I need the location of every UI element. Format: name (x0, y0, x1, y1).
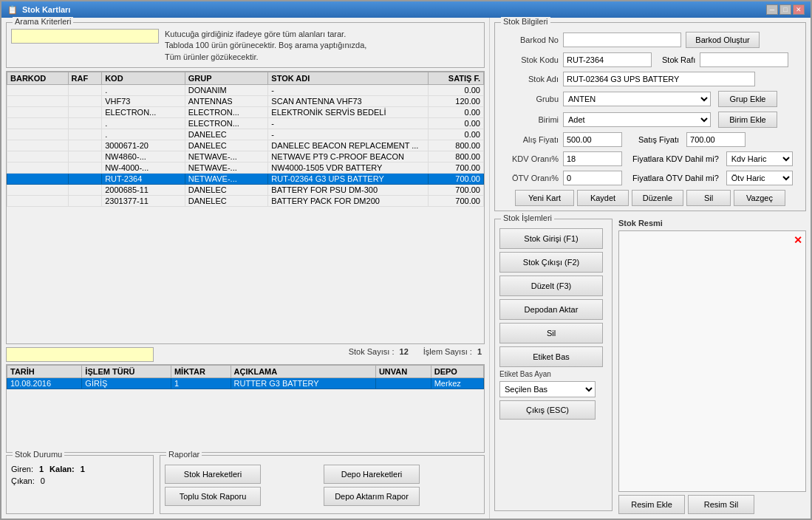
stok-kodu-label: Stok Kodu (499, 55, 559, 64)
cikan-value: 0 (41, 476, 45, 485)
window-title: Stok Kartları (22, 5, 70, 14)
cell-barkod (7, 118, 69, 129)
cell-satis: 700.00 (428, 196, 483, 207)
stok-adi-input[interactable] (563, 72, 755, 86)
trans-row[interactable]: 10.08.2016 GİRİŞ 1 RUTTER G3 BATTERY Mer… (7, 378, 484, 389)
kdv-dahil-dropdown[interactable]: Kdv Haric Kdv Dahil (726, 151, 793, 166)
minimize-button[interactable]: ─ (766, 4, 778, 15)
etiket-dropdown[interactable]: Seçilen Bas (499, 381, 596, 397)
cell-kod: 2301377-11 (102, 196, 185, 207)
cell-raf (68, 96, 102, 107)
otv-orani-input[interactable] (563, 171, 622, 185)
stok-giris-button[interactable]: Stok Girişi (F1) (499, 228, 603, 249)
barkod-no-input[interactable] (563, 32, 681, 47)
table-row[interactable]: . ELECTRON... - 0.00 (7, 118, 484, 129)
resim-ekle-button[interactable]: Resim Ekle (618, 495, 685, 514)
fiyat-row: Alış Fiyatı Satış Fiyatı (499, 132, 801, 147)
table-row[interactable]: . DONANIM - 0.00 (7, 85, 484, 96)
sil-button[interactable]: Sil (686, 190, 731, 206)
giren-label: Giren: (11, 465, 33, 473)
bottom-search-input[interactable] (6, 347, 154, 362)
trans-col-islem: İŞLEM TÜRÜ (82, 366, 171, 378)
trans-col-aciklama: AÇIKLAMA (231, 366, 375, 378)
table-row[interactable]: RUT-2364 NETWAVE-... RUT-02364 G3 UPS BA… (7, 174, 484, 185)
cell-barkod (7, 151, 69, 162)
kaydet-button[interactable]: Kaydet (577, 190, 629, 206)
toplu-stok-raporu-button[interactable]: Toplu Stok Raporu (165, 487, 261, 506)
cell-barkod (7, 196, 69, 207)
duzenle-button[interactable]: Düzenle (632, 190, 683, 206)
yeni-kart-button[interactable]: Yeni Kart (515, 190, 574, 206)
close-button[interactable]: ✕ (793, 4, 805, 15)
table-row[interactable]: NW4860-... NETWAVE-... NETWAVE PT9 C-PRO… (7, 151, 484, 162)
islem-sil-button[interactable]: Sil (499, 323, 603, 343)
title-bar-left: 📋 Stok Kartları (7, 5, 70, 15)
cell-raf (68, 140, 102, 151)
table-row[interactable]: . DANELEC - 0.00 (7, 129, 484, 140)
depodan-aktar-button[interactable]: Depodan Aktar (499, 299, 603, 320)
barkod-olustur-button[interactable]: Barkod Oluştur (686, 32, 760, 48)
table-row[interactable]: 2301377-11 DANELEC BATTERY PACK FOR DM20… (7, 196, 484, 207)
grup-ekle-button[interactable]: Grup Ekle (718, 91, 777, 107)
grubu-dropdown[interactable]: ANTEN (563, 92, 711, 106)
raporlar-title: Raporlar (166, 450, 202, 459)
stok-kodu-input[interactable] (563, 52, 652, 67)
table-row[interactable]: NW-4000-... NETWAVE-... NW4000-1505 VDR … (7, 162, 484, 174)
vazgec-button[interactable]: Vazgeç (734, 190, 785, 206)
table-row[interactable]: VHF73 ANTENNAS SCAN ANTENNA VHF73 120.00 (7, 96, 484, 107)
table-row[interactable]: ELECTRON... ELECTRON... ELEKTRONİK SERVİ… (7, 107, 484, 118)
main-window: 📋 Stok Kartları ─ □ ✕ Arama Kriterleri K… (0, 0, 812, 520)
etiket-bas-button[interactable]: Etiket Bas (499, 346, 603, 367)
trans-col-miktar: MİKTAR (171, 366, 231, 378)
depo-hareketleri-button[interactable]: Depo Hareketleri (324, 465, 420, 484)
cikan-label: Çıkan: (11, 476, 35, 485)
table-row[interactable]: 2000685-11 DANELEC BATTERY FOR PSU DM-30… (7, 185, 484, 196)
cell-grup: DONANIM (185, 85, 268, 96)
cell-stok-adi: SCAN ANTENNA VHF73 (268, 96, 428, 107)
cikis-button[interactable]: Çıkış (ESC) (499, 400, 596, 420)
cell-satis: 120.00 (428, 96, 483, 107)
cell-grup: DANELEC (185, 196, 268, 207)
duzelt-button[interactable]: Düzelt (F3) (499, 276, 603, 296)
alis-fiyati-input[interactable] (563, 132, 622, 147)
cell-stok-adi: BATTERY FOR PSU DM-300 (268, 185, 428, 196)
cell-grup: NETWAVE-... (185, 151, 268, 162)
content-area: Arama Kriterleri Kutucuğa girdiğiniz ifa… (1, 18, 811, 519)
grubu-row: Grubu ANTEN Grup Ekle (499, 91, 801, 107)
stok-adi-row: Stok Adı (499, 72, 801, 86)
col-grup: GRUP (185, 72, 268, 85)
stok-hareketleri-button[interactable]: Stok Hareketleri (165, 465, 261, 484)
resim-sil-button[interactable]: Resim Sil (688, 495, 754, 514)
cell-satis: 0.00 (428, 118, 483, 129)
birim-ekle-button[interactable]: Birim Ekle (718, 112, 777, 128)
birimi-dropdown[interactable]: Adet (563, 112, 711, 127)
stok-cikis-button[interactable]: Stok Çıkışı (F2) (499, 252, 603, 273)
search-input[interactable] (11, 29, 159, 44)
main-table: BARKOD RAF KOD GRUP STOK ADI SATIŞ F. . (7, 72, 484, 207)
trans-col-depo: DEPO (431, 366, 483, 378)
satis-fiyati-input[interactable] (686, 132, 746, 147)
left-panel: Arama Kriterleri Kutucuğa girdiğiniz ifa… (1, 18, 489, 519)
barkod-label: Barkod No (499, 35, 559, 44)
giren-value: 1 (39, 465, 44, 473)
main-table-scroll[interactable]: BARKOD RAF KOD GRUP STOK ADI SATIŞ F. . (7, 72, 484, 242)
cell-raf (68, 196, 102, 207)
cell-kod: NW4860-... (102, 151, 185, 162)
cell-kod: RUT-2364 (102, 174, 185, 185)
otv-dahil-dropdown[interactable]: Ötv Haric Ötv Dahil (726, 171, 793, 185)
cell-raf (68, 118, 102, 129)
kdv-row: KDV Oranı% Fiyatlara KDV Dahil mi? Kdv H… (499, 151, 801, 166)
kdv-orani-input[interactable] (563, 151, 622, 166)
depo-aktarim-rapor-button[interactable]: Depo Aktarım Rapor (324, 487, 420, 506)
cell-stok-adi: - (268, 118, 428, 129)
table-row[interactable]: 3000671-20 DANELEC DANELEC BEACON REPLAC… (7, 140, 484, 151)
otv-dahil-label: Fiyatlara ÖTV Dahil mi? (632, 174, 719, 182)
stok-rafi-input[interactable] (700, 52, 788, 67)
raporlar-group: Raporlar Stok Hareketleri Depo Hareketle… (160, 455, 485, 514)
cell-stok-adi: ELEKTRONİK SERVİS BEDELİ (268, 107, 428, 118)
cell-grup: ELECTRON... (185, 107, 268, 118)
kalan-value: 1 (81, 465, 85, 473)
maximize-button[interactable]: □ (779, 4, 791, 15)
kdv-dahil-label: Fiyatlara KDV Dahil mi? (632, 154, 719, 163)
cell-unvan (375, 378, 431, 389)
